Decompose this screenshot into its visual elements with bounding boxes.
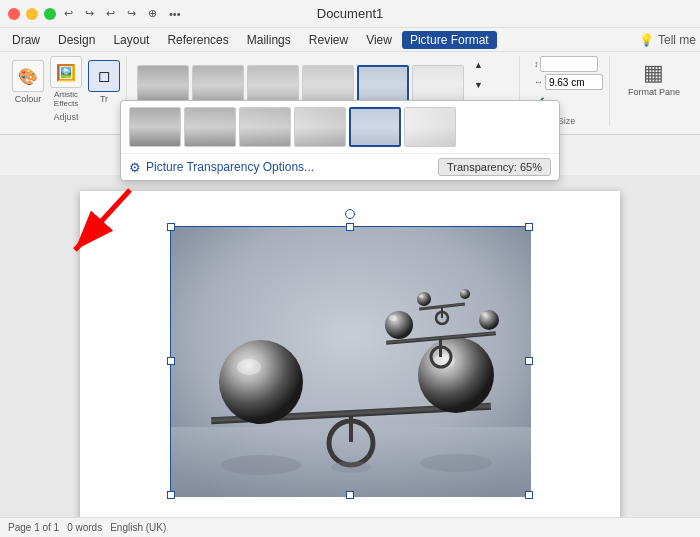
svg-point-7 bbox=[219, 340, 303, 424]
svg-point-8 bbox=[237, 359, 261, 375]
menu-bar: Draw Design Layout References Mailings R… bbox=[0, 28, 700, 52]
colour-button[interactable]: 🎨 bbox=[12, 60, 44, 92]
word-count: 0 words bbox=[67, 522, 102, 533]
trans-thumb-4[interactable] bbox=[349, 107, 401, 147]
svg-point-9 bbox=[418, 337, 494, 413]
add-button[interactable]: ⊕ bbox=[144, 5, 161, 22]
width-row: ↔ 9.63 cm bbox=[534, 74, 603, 90]
handle-middle-right[interactable] bbox=[525, 357, 533, 365]
tell-me-label: Tell me bbox=[658, 33, 696, 47]
svg-point-27 bbox=[420, 454, 492, 472]
artistic-effects-label: Artistic Effects bbox=[47, 90, 85, 108]
trans-thumb-2[interactable] bbox=[239, 107, 291, 147]
handle-top-center[interactable] bbox=[346, 223, 354, 231]
transparency-label: Tr bbox=[100, 94, 108, 104]
svg-line-1 bbox=[75, 190, 130, 250]
menu-design[interactable]: Design bbox=[50, 31, 103, 49]
document-page bbox=[80, 191, 620, 517]
width-icon: ↔ bbox=[534, 77, 543, 87]
width-input[interactable]: 9.63 cm bbox=[545, 74, 603, 90]
more-button[interactable]: ••• bbox=[165, 6, 185, 22]
menu-references[interactable]: References bbox=[159, 31, 236, 49]
adjust-group: 🎨 Colour 🖼️ Artistic Effects ◻ Tr Adjust bbox=[6, 56, 127, 122]
format-pane-group: ▦ Format Pane bbox=[614, 56, 694, 101]
page-info: Page 1 of 1 bbox=[8, 522, 59, 533]
artistic-effects-button[interactable]: 🖼️ bbox=[50, 56, 82, 88]
transparency-gallery bbox=[121, 101, 559, 153]
format-pane-icon: ▦ bbox=[643, 60, 664, 86]
svg-point-26 bbox=[331, 461, 371, 473]
window-controls bbox=[8, 8, 56, 20]
lightbulb-icon: 💡 bbox=[639, 33, 654, 47]
svg-point-24 bbox=[461, 290, 464, 292]
maximize-button[interactable] bbox=[44, 8, 56, 20]
menu-picture-format[interactable]: Picture Format bbox=[402, 31, 497, 49]
gallery-up-button[interactable]: ▲ bbox=[469, 56, 488, 74]
trans-thumb-5[interactable] bbox=[404, 107, 456, 147]
redo-button[interactable]: ↪ bbox=[81, 5, 98, 22]
height-row: ↕ bbox=[534, 56, 603, 72]
adjust-buttons-row: 🎨 Colour 🖼️ Artistic Effects ◻ Tr bbox=[12, 56, 120, 108]
document-area bbox=[0, 175, 700, 517]
status-bar: Page 1 of 1 0 words English (UK) bbox=[0, 517, 700, 537]
minimize-button[interactable] bbox=[26, 8, 38, 20]
menu-view[interactable]: View bbox=[358, 31, 400, 49]
undo-button[interactable]: ↩ bbox=[60, 5, 77, 22]
handle-bottom-left[interactable] bbox=[167, 491, 175, 499]
format-pane-button[interactable]: ▦ Format Pane bbox=[620, 56, 688, 101]
svg-point-21 bbox=[417, 292, 431, 306]
colour-label: Colour bbox=[15, 94, 42, 104]
handle-middle-left[interactable] bbox=[167, 357, 175, 365]
format-pane-label: Format Pane bbox=[628, 87, 680, 97]
handle-top-left[interactable] bbox=[167, 223, 175, 231]
options-label: Picture Transparency Options... bbox=[146, 160, 314, 174]
height-input[interactable] bbox=[540, 56, 598, 72]
handle-bottom-center[interactable] bbox=[346, 491, 354, 499]
trans-thumb-0[interactable] bbox=[129, 107, 181, 147]
language: English (UK) bbox=[110, 522, 166, 533]
save-button[interactable]: ↩ bbox=[102, 5, 119, 22]
svg-point-22 bbox=[419, 295, 423, 298]
svg-point-17 bbox=[481, 312, 487, 316]
svg-point-25 bbox=[221, 455, 301, 475]
options-icon: ⚙ bbox=[129, 160, 141, 175]
style-thumb-2[interactable] bbox=[247, 65, 299, 105]
menu-review[interactable]: Review bbox=[301, 31, 356, 49]
gallery-down-button[interactable]: ▼ bbox=[469, 76, 488, 94]
svg-point-14 bbox=[385, 311, 413, 339]
tell-me-box[interactable]: 💡 Tell me bbox=[639, 33, 696, 47]
height-icon: ↕ bbox=[534, 59, 539, 69]
style-thumb-5[interactable] bbox=[412, 65, 464, 105]
menu-mailings[interactable]: Mailings bbox=[239, 31, 299, 49]
menu-draw[interactable]: Draw bbox=[4, 31, 48, 49]
toolbar-undo: ↩ ↪ ↩ ↪ ⊕ ••• bbox=[60, 5, 185, 22]
red-arrow bbox=[55, 185, 145, 279]
document-title: Document1 bbox=[317, 6, 383, 21]
style-thumb-4[interactable] bbox=[357, 65, 409, 105]
dimension-inputs: ↕ ↔ 9.63 cm bbox=[534, 56, 603, 90]
adjust-section-label: Adjust bbox=[12, 112, 120, 122]
menu-layout[interactable]: Layout bbox=[105, 31, 157, 49]
transparency-dropdown: ⚙ Picture Transparency Options... Transp… bbox=[120, 100, 560, 181]
handle-bottom-right[interactable] bbox=[525, 491, 533, 499]
handle-top-right[interactable] bbox=[525, 223, 533, 231]
transparency-badge: Transparency: 65% bbox=[438, 158, 551, 176]
svg-point-15 bbox=[389, 315, 397, 321]
selected-image[interactable] bbox=[170, 226, 530, 496]
title-bar: ↩ ↪ ↩ ↪ ⊕ ••• Document1 bbox=[0, 0, 700, 28]
close-button[interactable] bbox=[8, 8, 20, 20]
style-thumb-0[interactable] bbox=[137, 65, 189, 105]
style-thumb-1[interactable] bbox=[192, 65, 244, 105]
picture-transparency-options[interactable]: ⚙ Picture Transparency Options... Transp… bbox=[121, 153, 559, 180]
toolbar-extra[interactable]: ↪ bbox=[123, 5, 140, 22]
transparency-button[interactable]: ◻ bbox=[88, 60, 120, 92]
rotate-handle[interactable] bbox=[345, 209, 355, 219]
trans-thumb-1[interactable] bbox=[184, 107, 236, 147]
style-thumb-3[interactable] bbox=[302, 65, 354, 105]
trans-thumb-3[interactable] bbox=[294, 107, 346, 147]
balance-image bbox=[171, 227, 531, 497]
